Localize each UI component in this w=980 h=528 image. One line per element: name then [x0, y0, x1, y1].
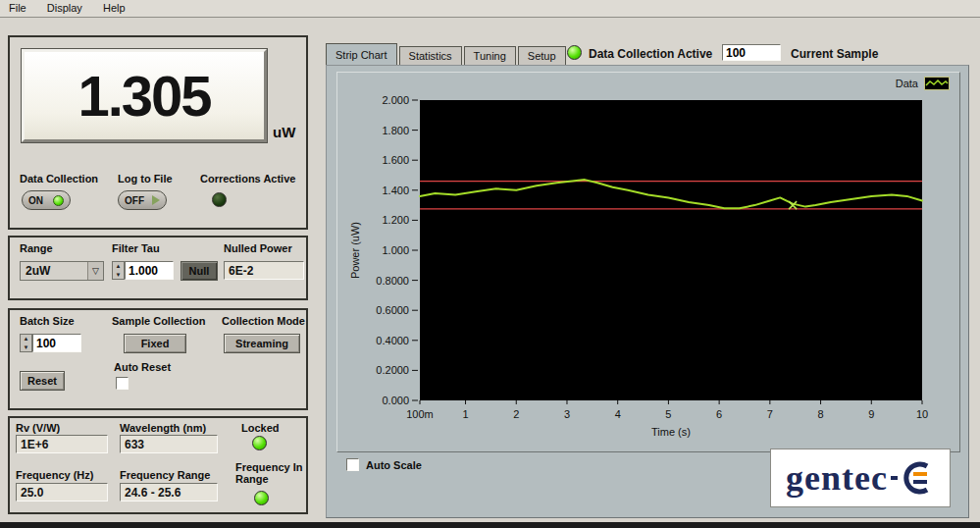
- tab-strip-chart[interactable]: Strip Chart: [326, 43, 397, 65]
- y-tick-label: 0.000: [382, 395, 409, 406]
- frequency-range-field: 24.6 - 25.6: [120, 483, 218, 502]
- auto-scale-checkbox[interactable]: [346, 458, 359, 471]
- locked-led: [252, 436, 267, 450]
- corrections-active-label: Corrections Active: [200, 173, 295, 185]
- power-unit-label: uW: [273, 124, 295, 140]
- x-tick-label: 9: [868, 408, 874, 420]
- frequency-field: 25.0: [16, 483, 108, 502]
- batch-size-spinner[interactable]: ▲ ▼: [20, 334, 32, 352]
- data-collection-label: Data Collection: [20, 173, 98, 185]
- chart-frame: Data 2.0001.8001.6001.4001.2001.0000.800…: [336, 72, 960, 452]
- wavelength-label: Wavelength (nm): [120, 422, 206, 434]
- y-axis-label: Power (uW): [349, 222, 361, 279]
- chart-legend[interactable]: Data: [896, 77, 950, 90]
- data-collection-toggle-state: ON: [28, 195, 43, 206]
- spin-down-icon[interactable]: ▼: [21, 343, 31, 352]
- log-to-file-label: Log to File: [118, 173, 173, 185]
- tab-strip: Strip Chart Statistics Tuning Setup: [326, 43, 568, 65]
- collection-mode-label: Collection Mode: [222, 315, 305, 327]
- filter-tau-label: Filter Tau: [112, 242, 160, 254]
- menu-display[interactable]: Display: [38, 0, 91, 16]
- legend-label: Data: [896, 78, 918, 89]
- spin-down-icon[interactable]: ▼: [113, 271, 124, 280]
- filter-tau-input[interactable]: [125, 261, 174, 280]
- menu-file[interactable]: File: [0, 0, 35, 16]
- x-tick-label: 2: [513, 408, 519, 420]
- frequency-in-range-led: [254, 491, 269, 505]
- gentec-logo-text: gentec: [786, 457, 888, 499]
- spin-up-icon[interactable]: ▲: [113, 262, 124, 271]
- sample-collection-label: Sample Collection: [112, 315, 205, 327]
- auto-reset-label: Auto Reset: [114, 361, 171, 373]
- sensor-box: Rv (V/W) Wavelength (nm) Locked 1E+6 633…: [8, 416, 308, 514]
- data-collection-active-label: Data Collection Active: [589, 47, 712, 61]
- x-tick-label: 4: [615, 408, 621, 420]
- tab-statistics[interactable]: Statistics: [399, 46, 462, 65]
- spin-up-icon[interactable]: ▲: [21, 335, 31, 343]
- batch-box: Batch Size Sample Collection Collection …: [8, 308, 308, 410]
- window-bottom-edge: [0, 522, 980, 528]
- batch-size-label: Batch Size: [20, 315, 75, 327]
- tab-tuning[interactable]: Tuning: [464, 46, 516, 65]
- power-readout-value: 1.305: [77, 63, 210, 129]
- power-readout-screen: 1.305: [22, 49, 267, 142]
- y-tick-label: 1.600: [382, 154, 409, 166]
- gentec-eo-symbol-icon: [890, 458, 935, 498]
- y-tick-label: 1.200: [382, 214, 409, 226]
- y-tick-label: 2.000: [382, 94, 409, 106]
- reset-button[interactable]: Reset: [20, 371, 65, 391]
- x-tick-label: 7: [767, 408, 773, 420]
- log-to-file-toggle-state: OFF: [125, 195, 144, 206]
- rv-label: Rv (V/W): [16, 422, 60, 434]
- menu-help[interactable]: Help: [94, 0, 134, 16]
- menu-bar: File Display Help: [0, 0, 980, 18]
- nulled-power-label: Nulled Power: [224, 242, 292, 254]
- data-collection-toggle[interactable]: ON: [22, 190, 71, 210]
- current-sample-label: Current Sample: [791, 47, 878, 61]
- dropdown-arrow-icon[interactable]: ▽: [87, 262, 103, 280]
- collection-mode-button[interactable]: Streaming: [224, 334, 300, 353]
- toggle-on-indicator-icon: [53, 195, 64, 206]
- x-tick-label: 10: [916, 408, 928, 420]
- sample-collection-button[interactable]: Fixed: [124, 334, 186, 353]
- frequency-label: Frequency (Hz): [16, 469, 93, 481]
- rv-field: 1E+6: [16, 435, 108, 453]
- corrections-active-led: [212, 192, 227, 207]
- y-tick-label: 1.400: [382, 185, 409, 196]
- null-button[interactable]: Null: [181, 261, 218, 281]
- auto-scale-label: Auto Scale: [366, 459, 422, 471]
- gentec-logo: gentec: [770, 449, 951, 507]
- x-tick-label: 3: [564, 408, 570, 420]
- range-box: Range Filter Tau Nulled Power 2uW ▽ ▲ ▼ …: [8, 236, 308, 300]
- toggle-lever-icon: [152, 195, 160, 205]
- y-tick-label: 0.6000: [376, 304, 409, 316]
- frequency-range-label: Frequency Range: [120, 469, 210, 481]
- y-tick-label: 0.4000: [376, 335, 409, 346]
- strip-chart-panel: Data 2.0001.8001.6001.4001.2001.0000.800…: [326, 65, 969, 518]
- locked-label: Locked: [241, 422, 280, 434]
- auto-reset-checkbox[interactable]: [116, 377, 129, 390]
- range-dropdown-value: 2uW: [21, 264, 87, 278]
- x-tick-label: 6: [716, 408, 722, 420]
- filter-tau-spinner[interactable]: ▲ ▼: [112, 261, 125, 280]
- tab-setup[interactable]: Setup: [518, 46, 566, 65]
- x-tick-label: 1: [462, 408, 468, 420]
- y-tick-label: 1.000: [382, 244, 409, 256]
- frequency-in-range-label: Frequency In Range: [235, 461, 306, 485]
- power-display-box: 1.305 uW Data Collection Log to File Cor…: [8, 35, 308, 230]
- log-to-file-toggle[interactable]: OFF: [118, 190, 167, 210]
- strip-chart: 2.0001.8001.6001.4001.2001.0000.80000.60…: [343, 94, 954, 440]
- x-tick-label: 100m: [406, 408, 434, 420]
- batch-size-input[interactable]: [32, 334, 81, 352]
- x-axis-label: Time (s): [651, 426, 691, 438]
- wavelength-field: 633: [120, 435, 218, 453]
- x-tick-label: 8: [818, 408, 824, 420]
- legend-waveform-icon: [924, 77, 950, 90]
- plot-area: [420, 100, 922, 400]
- y-tick-label: 0.2000: [376, 364, 409, 376]
- data-collection-active-led: [567, 45, 582, 60]
- y-tick-label: 1.800: [382, 125, 409, 136]
- nulled-power-field: 6E-2: [224, 261, 304, 280]
- range-dropdown[interactable]: 2uW ▽: [20, 261, 104, 281]
- current-sample-input[interactable]: [722, 44, 781, 61]
